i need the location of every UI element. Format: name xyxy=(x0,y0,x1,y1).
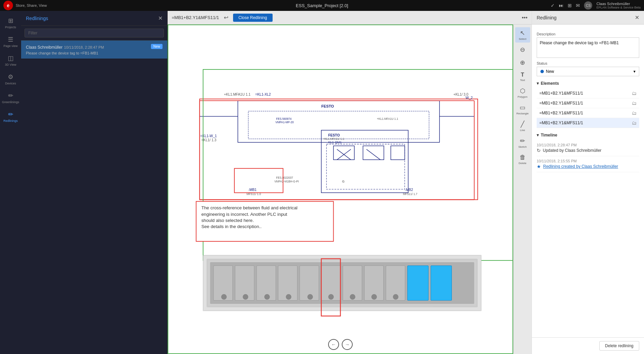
right-panel-close-button[interactable]: ✕ xyxy=(635,14,639,21)
next-arrow-button[interactable]: → xyxy=(342,339,353,350)
grid-icon[interactable]: ⊞ xyxy=(568,3,572,8)
sketch-icon: ✏ xyxy=(520,137,525,145)
timeline-text-1: ★ Redlining created by Claas Schreibmüll… xyxy=(537,164,639,169)
redlinings-close-button[interactable]: ✕ xyxy=(158,15,163,21)
sidebar-item-page-view[interactable]: ☰ Page view xyxy=(1,33,20,50)
timeline-link-1[interactable]: Redlining created by Claas Schreibmüller xyxy=(543,164,618,169)
rectangle-icon: ▭ xyxy=(520,104,525,111)
sidebar-label-redlinings: Redlinings xyxy=(3,119,18,123)
right-panel: Redlining ✕ Description Please change th… xyxy=(532,11,644,354)
timeline-section-title: Timeline xyxy=(541,133,557,138)
mail-icon[interactable]: ✉ xyxy=(576,3,580,8)
redlining-list-item[interactable]: Claas Schreibmüller 10/11/2018, 2:28:47 … xyxy=(21,41,167,59)
status-value: New xyxy=(546,69,554,74)
zoom-in-tool[interactable]: ⊕ xyxy=(515,57,530,68)
right-panel-header: Redlining ✕ xyxy=(532,11,644,25)
checkmark-icon[interactable]: ✓ xyxy=(551,3,555,8)
delete-tool[interactable]: 🗑 Delete xyxy=(515,152,530,167)
status-select[interactable]: New ▾ xyxy=(537,67,639,76)
elements-section-header[interactable]: ▾ Elements xyxy=(537,81,639,86)
forward-icon[interactable]: ⏭ xyxy=(559,3,564,8)
polygon-tool-label: Polygon xyxy=(518,95,527,98)
select-tool[interactable]: ↖ Select xyxy=(515,27,530,43)
avatar[interactable]: CS xyxy=(584,1,592,10)
sidebar-item-3d-view[interactable]: ◫ 3D View xyxy=(1,52,20,69)
sidebar-label-greenlinings: Greenlinings xyxy=(2,100,19,104)
svg-point-62 xyxy=(221,294,227,300)
svg-text:G: G xyxy=(342,180,344,183)
elements-list: =MB1+B2.Y1&MFS11/1 🗂 =MB1+B2.Y1&MFS11/1 … xyxy=(537,88,639,128)
svg-point-67 xyxy=(328,294,334,300)
redlinings-panel-header: Redlinings ✕ xyxy=(21,11,167,26)
zoom-out-tool[interactable]: ⊖ xyxy=(515,44,530,55)
svg-point-63 xyxy=(243,294,248,300)
delete-redlining-button[interactable]: Delete redlining xyxy=(599,341,639,351)
select-icon: ↖ xyxy=(520,29,525,37)
star-icon: ★ xyxy=(537,164,541,169)
text-tool[interactable]: T Text xyxy=(515,70,530,84)
rectangle-tool[interactable]: ▭ Rectangle xyxy=(515,102,530,117)
svg-text:+KL1.MFA1U 1.1: +KL1.MFA1U 1.1 xyxy=(323,138,344,141)
status-label: Status xyxy=(537,61,639,65)
top-bar-right: ✓ ⏭ ⊞ ✉ CS Claas Schreibmüller EPLAN Sof… xyxy=(551,1,641,10)
app-logo: e xyxy=(3,1,13,10)
element-folder-icon-3: 🗂 xyxy=(632,120,637,126)
svg-text:=KL1/ 1.3: =KL1/ 1.3 xyxy=(201,138,216,142)
svg-text:FESTO: FESTO xyxy=(328,133,340,137)
element-folder-icon-0: 🗂 xyxy=(632,91,637,96)
prev-arrow-button[interactable]: ← xyxy=(328,339,339,350)
sidebar-item-projects[interactable]: ⊞ Projects xyxy=(1,14,20,32)
timeline-description-0: Updated by Claas Schreibmüller xyxy=(543,148,601,153)
element-path-0: =MB1+B2.Y1&MFS11/1 xyxy=(539,91,583,96)
svg-point-65 xyxy=(286,294,291,300)
canvas-breadcrumb: =MB1+B2.Y1&MFS11/1 xyxy=(172,15,219,20)
timeline-date-1: 10/11/2018, 2:15:55 PM xyxy=(537,159,639,163)
svg-point-64 xyxy=(264,294,270,300)
canvas-area: =MB1+B2.Y1&MFS11/1 ↩ Close Redlining •••… xyxy=(168,11,532,354)
svg-text:FES.8022037: FES.8022037 xyxy=(276,176,293,179)
element-item-2[interactable]: =MB1+B2.Y1&MFS11/1 🗂 xyxy=(537,108,639,118)
user-name: Claas Schreibmüller xyxy=(596,2,641,6)
schematic-svg: +KL1.MFA1U 1.1 =KL1-XL2 +KL1/ 3.0 W_2 =K… xyxy=(168,25,512,353)
filter-input[interactable] xyxy=(25,29,164,37)
projects-icon: ⊞ xyxy=(8,17,13,25)
sketch-tool[interactable]: ✏ Sketch xyxy=(515,135,530,150)
svg-text:FESTO: FESTO xyxy=(321,104,334,108)
sidebar-item-redlinings[interactable]: ✏ Redlinings xyxy=(1,108,20,125)
undo-button[interactable]: ↩ xyxy=(224,14,228,21)
polygon-tool[interactable]: ⬡ Polygon xyxy=(515,85,530,100)
svg-text:W_2: W_2 xyxy=(465,96,473,100)
elements-chevron-icon: ▾ xyxy=(537,81,539,86)
description-box[interactable]: Please change the device tag to =FB1-MB1 xyxy=(537,37,639,58)
redlinings-panel: Redlinings ✕ Claas Schreibmüller 10/11/2… xyxy=(21,11,168,354)
element-item-3[interactable]: =MB1+B2.Y1&MFS11/1 🗂 xyxy=(537,118,639,128)
delete-tool-label: Delete xyxy=(519,162,526,165)
element-path-2: =MB1+B2.Y1&MFS11/1 xyxy=(539,111,583,115)
timeline-item-0: 10/11/2018, 2:28:47 PM ↻ Updated by Claa… xyxy=(537,140,639,156)
zoom-out-icon: ⊖ xyxy=(520,46,525,53)
line-tool[interactable]: ╱ Line xyxy=(515,118,530,134)
svg-text:=KL1-XL2: =KL1-XL2 xyxy=(255,93,271,96)
element-item-0[interactable]: =MB1+B2.Y1&MFS11/1 🗂 xyxy=(537,88,639,98)
timeline-section-header[interactable]: ▾ Timeline xyxy=(537,133,639,138)
element-path-3: =MB1+B2.Y1&MFS11/1 xyxy=(539,120,583,125)
element-item-1[interactable]: =MB1+B2.Y1&MFS11/1 🗂 xyxy=(537,98,639,108)
sidebar-item-greenlinings[interactable]: ✏ Greenlinings xyxy=(1,89,20,107)
sidebar-item-devices[interactable]: ⚙ Devices xyxy=(1,70,20,88)
sidebar-label-page-view: Page view xyxy=(3,44,18,48)
svg-text:+KL1.MFA1U 1.1: +KL1.MFA1U 1.1 xyxy=(377,117,398,120)
delete-icon: 🗑 xyxy=(520,154,526,161)
select-tool-label: Select xyxy=(519,37,526,41)
element-folder-icon-1: 🗂 xyxy=(632,100,637,106)
more-options-button[interactable]: ••• xyxy=(522,15,527,21)
redlining-badge: New xyxy=(151,44,163,49)
polygon-icon: ⬡ xyxy=(520,87,525,95)
element-folder-icon-2: 🗂 xyxy=(632,110,637,116)
right-panel-footer: Delete redlining xyxy=(532,337,644,354)
timeline-list: 10/11/2018, 2:28:47 PM ↻ Updated by Claa… xyxy=(537,140,639,172)
close-redlining-button[interactable]: Close Redlining xyxy=(233,14,273,22)
line-tool-label: Line xyxy=(520,129,525,132)
redlining-date: 10/11/2018, 2:28:47 PM xyxy=(64,45,104,49)
svg-text:FES.560974: FES.560974 xyxy=(276,117,292,120)
redlinings-icon: ✏ xyxy=(8,111,13,118)
